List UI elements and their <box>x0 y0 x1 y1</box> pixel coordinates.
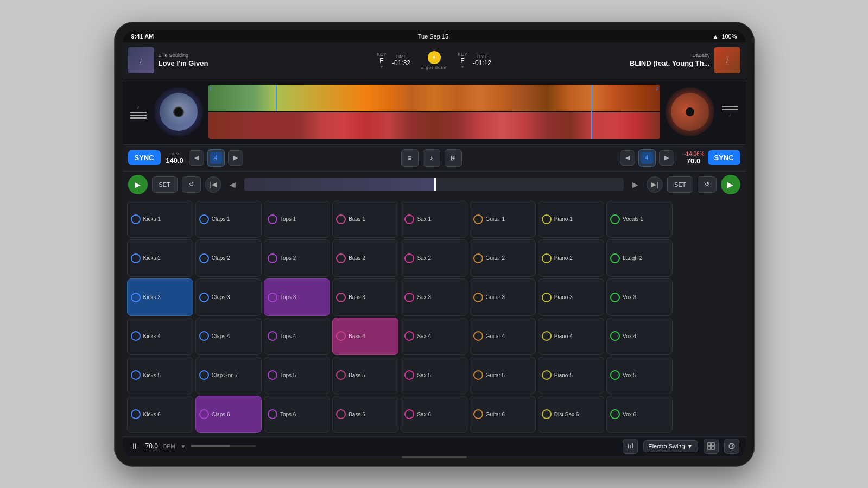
pad-piano-1[interactable]: Piano 1 <box>538 201 604 238</box>
pad-vox-5[interactable]: Vox 5 <box>606 357 673 394</box>
pads-bass-column: Bass 1 Bass 2 Bass 3 Bass 4 <box>332 201 398 433</box>
pad-sax-5[interactable]: Sax 5 <box>401 357 467 394</box>
pad-bass-3[interactable]: Bass 3 <box>332 278 398 316</box>
pad-kicks-3[interactable]: Kicks 3 <box>127 278 193 316</box>
deck1-set-button[interactable]: SET <box>152 176 178 193</box>
bpm-bottom-val: 70.0 <box>145 442 158 450</box>
pad-kicks-2[interactable]: Kicks 2 <box>127 239 193 277</box>
pad-tops-4[interactable]: Tops 4 <box>264 318 330 355</box>
main-waveform[interactable]: 1 2 <box>208 85 660 139</box>
pad-circle <box>473 409 483 419</box>
pad-kicks-4[interactable]: Kicks 4 <box>127 318 193 355</box>
pad-claps-3[interactable]: Claps 3 <box>195 278 262 316</box>
pad-claps-5[interactable]: Clap Snr 5 <box>195 357 262 394</box>
deck2-sync-button[interactable]: SYNC <box>708 150 740 165</box>
pad-label: Guitar 6 <box>486 411 505 417</box>
pad-claps-6[interactable]: Claps 6 <box>195 396 262 433</box>
deck1-sync-button[interactable]: SYNC <box>128 150 161 165</box>
deck2-bpm-val: 70.0 <box>687 157 700 165</box>
deck2-skip-fwd-button[interactable]: ▶| <box>647 176 663 193</box>
pad-label: Bass 5 <box>349 372 365 378</box>
eq-icon-btn[interactable]: ≡ <box>401 149 419 167</box>
deck1-loop-btn[interactable]: 4 <box>207 149 225 167</box>
pad-sax-4[interactable]: Sax 4 <box>401 318 467 355</box>
waveform-cursor-right <box>591 85 592 139</box>
pad-circle <box>610 253 620 263</box>
pad-guitar-1[interactable]: Guitar 1 <box>470 201 536 238</box>
pad-tops-2[interactable]: Tops 2 <box>264 239 330 277</box>
deck1-vinyl[interactable] <box>154 87 203 136</box>
deck2-vinyl[interactable] <box>666 87 714 136</box>
pad-vox-4[interactable]: Vox 4 <box>606 318 673 355</box>
pad-sax-6[interactable]: Sax 6 <box>401 396 467 433</box>
deck1-skip-back-button[interactable]: |◀ <box>205 176 221 193</box>
pad-bass-1[interactable]: Bass 1 <box>332 201 398 238</box>
pad-guitar-4[interactable]: Guitar 4 <box>470 318 536 355</box>
timeline-fill <box>244 178 434 191</box>
pad-tops-1[interactable]: Tops 1 <box>264 201 330 238</box>
deck2-play-button[interactable]: ▶ <box>721 175 740 194</box>
pad-kicks-6[interactable]: Kicks 6 <box>127 396 193 433</box>
deck2-loop-set-button[interactable]: ↺ <box>698 176 717 193</box>
deck2-set-button[interactable]: SET <box>667 176 693 193</box>
pad-guitar-5[interactable]: Guitar 5 <box>470 357 536 394</box>
pad-circle <box>542 253 552 263</box>
pad-label: Piano 5 <box>554 372 573 378</box>
grid-pads-button[interactable] <box>704 439 719 454</box>
pad-tops-5[interactable]: Tops 5 <box>264 357 330 394</box>
pad-circle <box>199 253 209 263</box>
pad-piano-4[interactable]: Piano 4 <box>538 318 604 355</box>
bpm-slider[interactable] <box>191 445 256 447</box>
grid-icon-btn[interactable]: ⊞ <box>445 149 462 167</box>
pad-piano-2[interactable]: Piano 2 <box>538 239 604 277</box>
pad-sax-3[interactable]: Sax 3 <box>401 278 467 316</box>
pad-bass-2[interactable]: Bass 2 <box>332 239 398 277</box>
deck1-bpm-val: 140.0 <box>166 156 183 164</box>
home-bar <box>402 456 467 458</box>
deck1-prev-btn[interactable]: ◀ <box>189 150 204 166</box>
deck1-nav-left[interactable]: ◀ <box>226 178 240 192</box>
pad-bass-4[interactable]: Bass 4 <box>332 318 398 355</box>
pad-piano-5[interactable]: Piano 5 <box>538 357 604 394</box>
pad-sax-2[interactable]: Sax 2 <box>401 239 467 277</box>
pad-bass-5[interactable]: Bass 5 <box>332 357 398 394</box>
deck2-prev-btn[interactable]: ◀ <box>620 150 635 166</box>
pad-kicks-1[interactable]: Kicks 1 <box>127 201 193 238</box>
deck1-next-btn[interactable]: ▶ <box>228 150 243 166</box>
pad-guitar-6[interactable]: Guitar 6 <box>470 396 536 433</box>
deck1-loop-set-button[interactable]: ↺ <box>182 176 201 193</box>
waveform-marker-1: 1 <box>210 86 212 91</box>
pad-dist-sax-6[interactable]: Dist Sax 6 <box>538 396 604 433</box>
music-icon-btn[interactable]: ♪ <box>423 149 440 167</box>
pad-claps-1[interactable]: Claps 1 <box>195 201 262 238</box>
pad-vox-6[interactable]: Vox 6 <box>606 396 673 433</box>
pad-guitar-2[interactable]: Guitar 2 <box>470 239 536 277</box>
pad-sax-1[interactable]: Sax 1 <box>401 201 467 238</box>
pad-circle <box>542 409 552 419</box>
genre-selector[interactable]: Electro Swing ▼ <box>643 440 698 452</box>
pad-kicks-5[interactable]: Kicks 5 <box>127 357 193 394</box>
status-time: 9:41 AM <box>131 33 154 40</box>
pause-button[interactable]: ⏸ <box>129 441 140 452</box>
pad-claps-4[interactable]: Claps 4 <box>195 318 262 355</box>
pad-tops-3[interactable]: Tops 3 <box>264 278 330 316</box>
pad-claps-2[interactable]: Claps 2 <box>195 239 262 277</box>
mixer-icon-button[interactable] <box>623 439 638 454</box>
pad-vox-3[interactable]: Vox 3 <box>606 278 673 316</box>
pad-piano-3[interactable]: Piano 3 <box>538 278 604 316</box>
pad-guitar-3[interactable]: Guitar 3 <box>470 278 536 316</box>
deck1-play-button[interactable]: ▶ <box>128 175 148 194</box>
deck2-nav-right[interactable]: ▶ <box>628 178 642 192</box>
pad-label: Tops 3 <box>280 294 296 300</box>
main-timeline[interactable] <box>244 178 624 191</box>
pad-laugh-2[interactable]: Laugh 2 <box>606 239 673 277</box>
pad-vocals-1[interactable]: Vocals 1 <box>606 201 673 238</box>
deck2-next-btn[interactable]: ▶ <box>659 150 674 166</box>
pad-circle <box>404 331 414 341</box>
pad-bass-6[interactable]: Bass 6 <box>332 396 398 433</box>
pad-circle <box>404 293 414 302</box>
pad-tops-6[interactable]: Tops 6 <box>264 396 330 433</box>
pad-circle <box>131 409 141 419</box>
deck2-loop-btn[interactable]: 4 <box>638 149 656 167</box>
record-button[interactable] <box>724 439 739 454</box>
